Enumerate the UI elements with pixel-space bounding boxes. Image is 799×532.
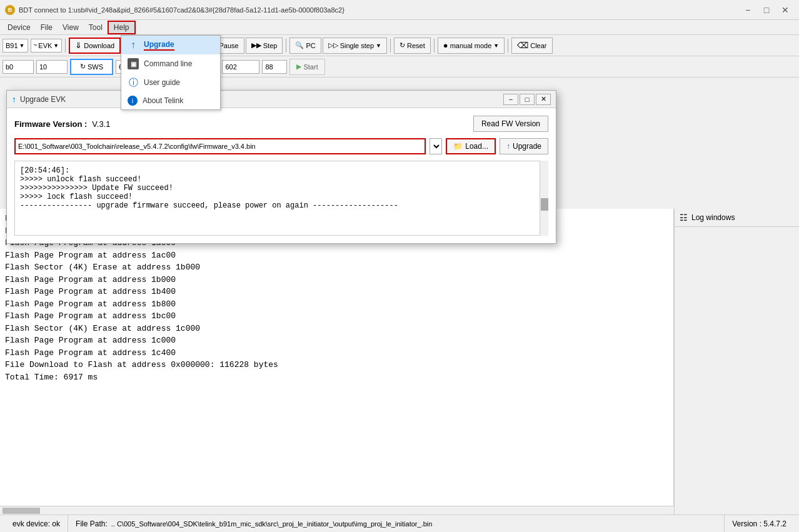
menu-bar: Device File View Tool Help bbox=[0, 20, 799, 35]
dialog-maximize[interactable]: □ bbox=[520, 94, 535, 105]
console-log-line: Flash Page Program at address 1bc00 bbox=[5, 310, 668, 323]
maximize-button[interactable]: □ bbox=[758, 3, 775, 17]
input-88[interactable] bbox=[262, 60, 287, 74]
step-button[interactable]: ▶▶ Step bbox=[246, 38, 283, 54]
upgrade-action-button[interactable]: ↑ Upgrade bbox=[500, 138, 548, 154]
filepath-segment: File Path: .. C\005_Software\004_SDK\tel… bbox=[68, 515, 725, 532]
b91-selector[interactable]: B91 ▼ bbox=[3, 39, 28, 53]
help-menu-userguide[interactable]: ⓘ User guide bbox=[121, 73, 220, 92]
log-windows-header[interactable]: ☷ Log windows bbox=[675, 209, 799, 227]
evk-selector[interactable]: ~ EVK ▼ bbox=[31, 39, 63, 53]
filepath-value: .. C\005_Software\004_SDK\telink_b91m_mi… bbox=[111, 520, 433, 528]
toolbar-row2: ↻ SWS ▮▮ Stall ▶ Start bbox=[0, 56, 799, 78]
dialog-close[interactable]: ✕ bbox=[536, 94, 551, 105]
clear-icon: ⌫ bbox=[517, 41, 528, 50]
console-log-line: Flash Page Program at address 1c400 bbox=[5, 347, 668, 359]
upgrade-title-icon: ↑ bbox=[12, 94, 16, 104]
separator4 bbox=[390, 39, 391, 53]
read-fw-button[interactable]: Read FW Version bbox=[473, 116, 548, 132]
console-log-line: Flash Page Program at address 1b000 bbox=[5, 274, 668, 286]
device-status-segment: evk device: ok bbox=[5, 515, 68, 532]
menu-file[interactable]: File bbox=[36, 22, 58, 33]
dialog-title: Upgrade EVK bbox=[20, 95, 66, 104]
help-menu-about[interactable]: i About Telink bbox=[121, 92, 220, 109]
menu-help[interactable]: Help bbox=[108, 21, 136, 34]
window-title: BDT connect to 1:usb#vid_248a&pid_8266#5… bbox=[19, 6, 344, 14]
menu-view[interactable]: View bbox=[58, 22, 84, 33]
b91-dropdown-icon: ▼ bbox=[19, 43, 25, 49]
dialog-log-line: >>>>> lock flash succeed! bbox=[20, 193, 543, 201]
console-log-line: Flash Page Program at address 1b800 bbox=[5, 298, 668, 311]
help-dropdown-menu: ↑ Upgrade ▣ Command line ⓘ User guide i … bbox=[121, 35, 221, 110]
load-button[interactable]: 📁 Load... bbox=[446, 138, 496, 154]
app-icon: B bbox=[5, 5, 15, 15]
dialog-log-container: [20:54:46]:>>>>> unlock flash succeed!>>… bbox=[14, 161, 548, 236]
status-bar: evk device: ok File Path: .. C\005_Softw… bbox=[0, 514, 799, 532]
console-log-line: Flash Sector (4K) Erase at address 1c000 bbox=[5, 323, 668, 335]
log-windows-icon: ☷ bbox=[680, 213, 688, 223]
about-icon: i bbox=[128, 96, 138, 106]
single-step-button[interactable]: ▷▷ Single step ▼ bbox=[323, 38, 387, 54]
file-path-input[interactable] bbox=[14, 138, 426, 154]
search-icon: 🔍 bbox=[295, 41, 304, 49]
dialog-log-line: [20:54:46]: bbox=[20, 166, 543, 175]
help-menu-upgrade[interactable]: ↑ Upgrade bbox=[121, 36, 220, 54]
input-602b[interactable] bbox=[222, 60, 259, 74]
menu-tool[interactable]: Tool bbox=[84, 22, 108, 33]
dialog-scrollbar-thumb[interactable] bbox=[541, 198, 548, 211]
fw-version-value: V.3.1 bbox=[92, 119, 110, 129]
console-log-line: Total Time: 6917 ms bbox=[5, 371, 668, 384]
menu-device[interactable]: Device bbox=[3, 22, 36, 33]
right-panel: ☷ Log windows bbox=[674, 209, 799, 514]
manual-mode-button[interactable]: ● manual mode ▼ bbox=[438, 38, 505, 54]
input-10[interactable] bbox=[36, 60, 68, 74]
sws-button[interactable]: ↻ SWS bbox=[70, 59, 113, 75]
evk-label: EVK bbox=[38, 42, 52, 49]
console-log-area: Flash Page Program at address 1a000Flash… bbox=[0, 209, 674, 506]
toolbar-row1: B91 ▼ ~ EVK ▼ ⇓ Download ✚ Activate ▶ Ru… bbox=[0, 35, 799, 56]
dialog-log-output: [20:54:46]:>>>>> unlock flash succeed!>>… bbox=[14, 161, 548, 236]
version-segment: Version : 5.4.7.2 bbox=[725, 515, 794, 532]
separator5 bbox=[434, 39, 435, 53]
clear-button[interactable]: ⌫ Clear bbox=[511, 38, 552, 54]
dialog-titlebar: ↑ Upgrade EVK − □ ✕ bbox=[7, 91, 556, 108]
pc-button[interactable]: 🔍 PC bbox=[289, 38, 321, 54]
console-log-line: Flash Page Program at address 1ac00 bbox=[5, 249, 668, 262]
horizontal-scrollbar[interactable] bbox=[0, 506, 674, 514]
console-log-line: File Download to Flash at address 0x0000… bbox=[5, 359, 668, 371]
title-bar: B BDT connect to 1:usb#vid_248a&pid_8266… bbox=[0, 0, 799, 20]
log-windows-label: Log windows bbox=[691, 213, 735, 222]
h-scroll-thumb[interactable] bbox=[3, 508, 40, 514]
console-log-line: Flash Page Program at address 1c000 bbox=[5, 334, 668, 347]
singlestep-dropdown-icon: ▼ bbox=[376, 43, 381, 49]
singlestep-icon: ▷▷ bbox=[328, 41, 338, 49]
step-icon: ▶▶ bbox=[251, 41, 261, 49]
folder-icon: 📁 bbox=[453, 142, 463, 151]
window-controls[interactable]: − □ ✕ bbox=[739, 3, 794, 17]
dialog-minimize[interactable]: − bbox=[503, 94, 518, 105]
b91-label: B91 bbox=[6, 42, 18, 49]
separator6 bbox=[508, 39, 508, 53]
manualmode-dropdown-icon: ▼ bbox=[493, 43, 499, 49]
dialog-log-line: ---------------- upgrade firmware succee… bbox=[20, 201, 543, 210]
upgrade-icon: ↑ bbox=[128, 39, 139, 51]
commandline-icon: ▣ bbox=[128, 58, 139, 69]
input-b0[interactable] bbox=[3, 60, 34, 74]
evk-dropdown-icon: ▼ bbox=[53, 43, 59, 49]
console-log-line: Flash Page Program at address 1b400 bbox=[5, 286, 668, 298]
reset-icon: ↻ bbox=[400, 41, 405, 49]
file-combo-dropdown[interactable] bbox=[430, 138, 442, 154]
userguide-icon: ⓘ bbox=[128, 77, 139, 88]
dialog-scrollbar[interactable] bbox=[540, 161, 548, 236]
download-button[interactable]: ⇓ Download bbox=[69, 38, 121, 54]
help-menu-commandline[interactable]: ▣ Command line bbox=[121, 54, 220, 73]
minimize-button[interactable]: − bbox=[739, 3, 756, 17]
upgrade-dialog: ↑ Upgrade EVK − □ ✕ Firmware Version : V… bbox=[6, 90, 556, 244]
reset-button[interactable]: ↻ Reset bbox=[394, 38, 431, 54]
start-button[interactable]: ▶ Start bbox=[289, 59, 324, 75]
close-button[interactable]: ✕ bbox=[776, 3, 794, 17]
dialog-log-line: >>>>>>>>>>>>>>> Update FW succeed! bbox=[20, 184, 543, 193]
separator3 bbox=[286, 39, 286, 53]
fw-version-label: Firmware Version : bbox=[14, 119, 87, 129]
start-icon: ▶ bbox=[296, 63, 301, 71]
